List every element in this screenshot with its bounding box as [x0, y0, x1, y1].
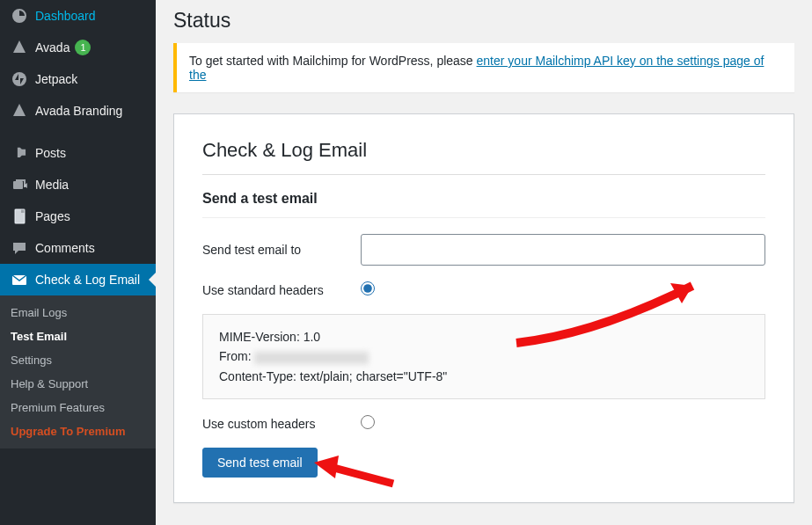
redacted-from	[254, 352, 369, 364]
main-content: Status To get started with Mailchimp for…	[156, 0, 812, 525]
email-to-input[interactable]	[361, 234, 765, 266]
sidebar-item-label: Avada Branding	[35, 104, 122, 118]
submenu-item-upgrade[interactable]: Upgrade To Premium	[0, 419, 156, 443]
submenu-item-test-email[interactable]: Test Email	[0, 324, 156, 348]
sidebar-item-avada-branding[interactable]: Avada Branding	[0, 95, 156, 127]
svg-rect-1	[13, 181, 23, 189]
submenu-item-settings[interactable]: Settings	[0, 348, 156, 372]
row-standard-headers: Use standard headers	[202, 281, 765, 298]
sidebar-item-check-log-email[interactable]: Check & Log Email	[0, 264, 156, 295]
sidebar-item-label: Pages	[35, 209, 70, 223]
row-email-to: Send test email to	[202, 234, 765, 266]
mailchimp-notice: To get started with Mailchimp for WordPr…	[173, 43, 794, 92]
sidebar-item-label: Posts	[35, 146, 66, 160]
headers-from: From:	[219, 346, 749, 366]
sidebar-item-label: Media	[35, 178, 69, 192]
page-title: Status	[173, 9, 794, 33]
sidebar-item-label: Comments	[35, 241, 95, 255]
jetpack-icon	[11, 70, 28, 88]
admin-sidebar: Dashboard Avada 1 Jetpack Avada Branding…	[0, 0, 156, 525]
sidebar-item-label: Check & Log Email	[35, 273, 140, 287]
submenu: Email Logs Test Email Settings Help & Su…	[0, 295, 156, 448]
sidebar-item-label: Dashboard	[35, 9, 96, 23]
label-email-to: Send test email to	[202, 243, 361, 257]
svg-point-0	[12, 72, 26, 86]
headers-from-prefix: From:	[219, 349, 254, 363]
avada-branding-icon	[11, 102, 28, 120]
sidebar-item-jetpack[interactable]: Jetpack	[0, 63, 156, 95]
headers-preview: MIME-Version: 1.0 From: Content-Type: te…	[202, 314, 765, 399]
separator	[202, 217, 765, 218]
panel: Check & Log Email Send a test email Send…	[173, 113, 794, 503]
row-custom-headers: Use custom headers	[202, 415, 765, 432]
headers-content-type: Content-Type: text/plain; charset="UTF-8…	[219, 367, 749, 386]
sidebar-item-dashboard[interactable]: Dashboard	[0, 0, 156, 32]
separator	[202, 174, 765, 175]
radio-custom-headers[interactable]	[361, 415, 375, 429]
section-title: Send a test email	[202, 191, 765, 207]
sidebar-item-pages[interactable]: Pages	[0, 201, 156, 232]
sidebar-item-posts[interactable]: Posts	[0, 137, 156, 169]
sidebar-item-comments[interactable]: Comments	[0, 232, 156, 264]
pin-icon	[11, 144, 28, 162]
dashboard-icon	[11, 7, 28, 25]
sidebar-item-label: Jetpack	[35, 72, 77, 86]
notice-text: To get started with Mailchimp for WordPr…	[189, 54, 477, 68]
submenu-item-email-logs[interactable]: Email Logs	[0, 301, 156, 324]
media-icon	[11, 176, 28, 193]
sidebar-item-avada[interactable]: Avada 1	[0, 32, 156, 63]
update-badge: 1	[75, 40, 91, 55]
mail-icon	[11, 271, 28, 288]
send-test-email-button[interactable]: Send test email	[202, 448, 318, 478]
avada-icon	[11, 39, 28, 56]
radio-standard-headers[interactable]	[361, 281, 375, 295]
panel-title: Check & Log Email	[202, 139, 765, 162]
submenu-item-premium-features[interactable]: Premium Features	[0, 396, 156, 419]
comment-icon	[11, 239, 28, 257]
submenu-item-help-support[interactable]: Help & Support	[0, 372, 156, 396]
headers-mime: MIME-Version: 1.0	[219, 327, 749, 346]
label-custom-headers: Use custom headers	[202, 417, 361, 431]
svg-rect-3	[15, 209, 25, 223]
sidebar-item-label: Avada	[35, 40, 69, 55]
label-standard-headers: Use standard headers	[202, 283, 361, 297]
page-icon	[11, 208, 28, 225]
sidebar-item-media[interactable]: Media	[0, 169, 156, 201]
